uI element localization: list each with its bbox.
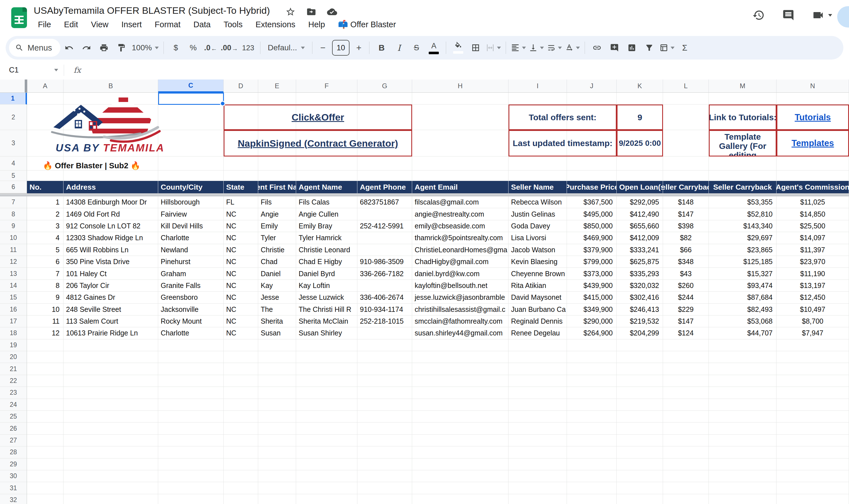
table-header-cell[interactable]: No. bbox=[27, 181, 64, 193]
cell[interactable] bbox=[224, 170, 258, 181]
menu-format[interactable]: Format bbox=[148, 18, 187, 32]
cell[interactable] bbox=[567, 157, 617, 170]
table-row-cell[interactable]: Hillsborough bbox=[158, 196, 224, 208]
cell[interactable] bbox=[617, 446, 663, 458]
cell[interactable] bbox=[777, 482, 849, 494]
table-row-cell[interactable]: $15,327 bbox=[709, 268, 777, 280]
cell[interactable] bbox=[357, 482, 412, 494]
table-row-cell[interactable]: $14,097 bbox=[777, 232, 849, 244]
table-row-cell[interactable]: $290,000 bbox=[567, 316, 617, 327]
cell[interactable] bbox=[296, 399, 357, 411]
row-header-21[interactable]: 21 bbox=[0, 363, 27, 375]
cell[interactable] bbox=[777, 157, 849, 170]
table-row-cell[interactable]: $229 bbox=[663, 304, 709, 316]
table-row-cell[interactable]: $10,497 bbox=[777, 304, 849, 316]
table-row-cell[interactable]: 14308 Edinburgh Moor Dr bbox=[64, 196, 158, 208]
cell[interactable] bbox=[617, 339, 663, 351]
table-row-cell[interactable]: $333,241 bbox=[617, 244, 663, 256]
table-row-cell[interactable]: 912 Console Ln LOT 82 bbox=[64, 220, 158, 232]
table-row-cell[interactable]: $12,450 bbox=[777, 292, 849, 303]
cell[interactable] bbox=[663, 458, 709, 470]
cell[interactable] bbox=[709, 399, 777, 411]
table-row-cell[interactable]: 113 Salem Court bbox=[64, 316, 158, 327]
cloud-saved-icon[interactable] bbox=[327, 7, 337, 17]
table-row-cell[interactable]: Jesse Luzwick bbox=[296, 292, 357, 303]
row-header-6[interactable]: 6 bbox=[0, 181, 27, 193]
table-row-cell[interactable]: Charlotte bbox=[158, 232, 224, 244]
toolbar-search-menus[interactable]: Menus bbox=[9, 39, 60, 57]
cell[interactable] bbox=[258, 399, 296, 411]
table-row-cell[interactable]: $23,970 bbox=[777, 256, 849, 268]
cell[interactable] bbox=[258, 482, 296, 494]
table-row-cell[interactable]: Rebecca Wilson bbox=[508, 196, 567, 208]
grid-corner[interactable] bbox=[0, 79, 27, 93]
cell[interactable] bbox=[709, 494, 777, 504]
cell[interactable] bbox=[617, 363, 663, 375]
cell[interactable] bbox=[158, 351, 224, 363]
table-row-cell[interactable]: Juan Burbano Ca bbox=[508, 304, 567, 316]
cell[interactable] bbox=[357, 411, 412, 422]
cell[interactable] bbox=[617, 387, 663, 399]
table-row-cell[interactable]: 248 Seville Street bbox=[64, 304, 158, 316]
cell[interactable] bbox=[663, 339, 709, 351]
cell[interactable] bbox=[224, 387, 258, 399]
table-row-cell[interactable]: 3 bbox=[27, 220, 64, 232]
table-row-cell[interactable]: daniel.byrd@kw.com bbox=[412, 268, 508, 280]
format-percent-button[interactable]: % bbox=[186, 40, 201, 56]
cell[interactable] bbox=[158, 375, 224, 387]
cell[interactable] bbox=[27, 470, 64, 482]
cell[interactable] bbox=[158, 458, 224, 470]
cell[interactable] bbox=[617, 435, 663, 446]
table-row-cell[interactable]: 10 bbox=[27, 304, 64, 316]
cell[interactable] bbox=[709, 435, 777, 446]
table-row-cell[interactable]: 336-266-7182 bbox=[357, 268, 412, 280]
tutorials-label-cell[interactable]: Link to Tutorials: bbox=[709, 105, 777, 130]
frozen-rows-divider[interactable] bbox=[0, 193, 849, 196]
cell[interactable] bbox=[508, 339, 567, 351]
cell[interactable] bbox=[224, 411, 258, 422]
row-header-8[interactable]: 8 bbox=[0, 208, 27, 220]
cell[interactable] bbox=[224, 363, 258, 375]
cell[interactable] bbox=[357, 375, 412, 387]
meet-dropdown-caret[interactable] bbox=[828, 14, 832, 17]
table-row-cell[interactable]: $52,810 bbox=[709, 208, 777, 220]
cell[interactable] bbox=[296, 470, 357, 482]
table-row-cell[interactable]: $8,700 bbox=[777, 316, 849, 327]
table-row-cell[interactable]: Goda Davey bbox=[508, 220, 567, 232]
star-icon[interactable] bbox=[286, 7, 295, 17]
cell[interactable] bbox=[64, 422, 158, 434]
table-row-cell[interactable]: FL bbox=[224, 196, 258, 208]
version-history-icon[interactable] bbox=[752, 9, 765, 21]
table-row-cell[interactable]: kayloftin@bellsouth.net bbox=[412, 280, 508, 292]
table-row-cell[interactable] bbox=[357, 208, 412, 220]
table-row-cell[interactable]: emily@cbseaside.com bbox=[412, 220, 508, 232]
horizontal-align-button[interactable] bbox=[511, 40, 526, 56]
table-row-cell[interactable]: thamrick@5pointsrealty.com bbox=[412, 232, 508, 244]
table-row-cell[interactable]: angie@nestrealty.com bbox=[412, 208, 508, 220]
cell[interactable] bbox=[27, 422, 64, 434]
cell[interactable] bbox=[258, 458, 296, 470]
cell[interactable] bbox=[64, 470, 158, 482]
table-row-cell[interactable]: Chad E Higby bbox=[296, 256, 357, 268]
cell[interactable] bbox=[508, 157, 567, 170]
row-header-26[interactable]: 26 bbox=[0, 422, 27, 434]
table-row-cell[interactable]: $219,532 bbox=[617, 316, 663, 327]
cell[interactable] bbox=[258, 435, 296, 446]
sheets-logo-icon[interactable] bbox=[11, 7, 27, 28]
cell[interactable] bbox=[567, 458, 617, 470]
cell[interactable] bbox=[357, 363, 412, 375]
table-header-cell[interactable]: Agent Name bbox=[296, 181, 357, 193]
name-box-caret[interactable] bbox=[54, 69, 58, 71]
column-header-N[interactable]: N bbox=[777, 79, 849, 93]
column-header-L[interactable]: L bbox=[663, 79, 709, 93]
table-row-cell[interactable]: NC bbox=[224, 232, 258, 244]
cell[interactable] bbox=[296, 339, 357, 351]
menu-edit[interactable]: Edit bbox=[58, 18, 85, 32]
paint-format-button[interactable] bbox=[114, 40, 129, 56]
cell[interactable] bbox=[777, 399, 849, 411]
table-row-cell[interactable]: ChristieLeonardHomes@gma bbox=[412, 244, 508, 256]
cell[interactable] bbox=[296, 422, 357, 434]
cell[interactable] bbox=[64, 446, 158, 458]
cell[interactable] bbox=[64, 411, 158, 422]
table-row-cell[interactable]: Susan bbox=[258, 327, 296, 339]
